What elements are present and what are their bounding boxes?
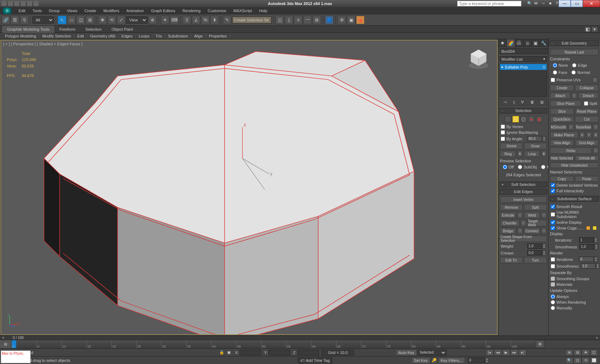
extrude-button[interactable]: Extrude — [500, 212, 516, 218]
full-interactivity-checkbox[interactable] — [551, 189, 555, 193]
make-unique-icon[interactable]: ∀ — [521, 100, 524, 105]
pivot-icon[interactable]: ⊕ — [148, 16, 157, 24]
ribbon-panel-modify-selection[interactable]: Modify Selection — [39, 34, 74, 38]
element-level-icon[interactable]: ▣ — [536, 116, 542, 122]
reset-plane-button[interactable]: Reset Plane — [575, 108, 599, 115]
communication-icon[interactable]: ✉ — [534, 1, 539, 6]
render-smooth-checkbox[interactable] — [551, 264, 555, 268]
schematic-icon[interactable]: ⊞ — [312, 16, 321, 24]
turn-button[interactable]: Turn — [524, 257, 547, 263]
menu-edit[interactable]: Edit — [15, 7, 29, 14]
x-coord-input[interactable] — [240, 350, 261, 355]
attach-button[interactable]: Attach — [550, 92, 570, 99]
planar-y-button[interactable]: Y — [586, 132, 592, 138]
smooth-result-checkbox[interactable] — [551, 204, 555, 209]
y-coord-input[interactable] — [269, 350, 290, 355]
next-frame-icon[interactable]: ▸▸ — [510, 349, 518, 356]
edit-named-sel-icon[interactable]: ✎ — [223, 16, 231, 24]
loop-spin[interactable]: ⬍ — [541, 151, 547, 157]
connect-settings-icon[interactable]: □ — [541, 228, 547, 234]
render-iterations-spinner[interactable] — [579, 257, 594, 262]
key-icon[interactable]: 🔑 — [431, 358, 437, 363]
mirror-icon[interactable]: ◫ — [275, 16, 284, 24]
ribbon-tab-selection[interactable]: Selection — [80, 26, 106, 33]
ignore-backfacing-checkbox[interactable] — [501, 130, 505, 135]
select-region-icon[interactable]: ◫ — [76, 16, 85, 24]
display-smoothness-spinner[interactable] — [579, 244, 594, 249]
timeline[interactable]: ⊞ 05101520253035404550556065707580859095… — [0, 340, 600, 348]
chamfer-button[interactable]: Chamfer — [500, 220, 520, 226]
prev-frame-icon[interactable]: ◂◂ — [494, 349, 502, 356]
menu-graph editors[interactable]: Graph Editors — [148, 7, 179, 14]
unhide-all-button[interactable]: Unhide All — [575, 155, 599, 161]
remove-button[interactable]: Remove — [500, 204, 523, 211]
play-icon[interactable]: ▶ — [502, 349, 510, 356]
preview-subobj-radio[interactable] — [518, 165, 522, 169]
msmooth-settings-icon[interactable]: □ — [568, 124, 574, 130]
app-menu-icon[interactable]: ⊙ — [3, 7, 11, 14]
render-frame-icon[interactable]: ▣ — [347, 16, 355, 24]
extrude-settings-icon[interactable]: □ — [517, 212, 523, 218]
ribbon-panel-subdivision[interactable]: Subdivision — [165, 34, 191, 38]
ring-spin[interactable]: ⬍ — [517, 151, 523, 157]
polygon-level-icon[interactable]: ■ — [528, 116, 535, 122]
render-smoothness-spinner[interactable] — [581, 263, 596, 269]
nav-icon-3[interactable]: ✥ — [582, 349, 590, 356]
paste-named-button[interactable]: Paste — [575, 176, 599, 182]
nav-icon-2[interactable]: ⊞ — [574, 349, 581, 356]
percent-snap-icon[interactable]: % — [201, 16, 210, 24]
goto-end-icon[interactable]: ▸| — [519, 349, 526, 356]
select-tool-icon[interactable]: ↖ — [58, 16, 66, 24]
grow-button[interactable]: Grow — [524, 143, 547, 149]
autokey-button[interactable]: Auto Key — [396, 349, 417, 356]
qat-redo-icon[interactable] — [27, 1, 32, 6]
qat-undo-icon[interactable] — [21, 1, 26, 6]
utilities-tab-icon[interactable]: 🔧 — [540, 39, 548, 47]
chamfer-settings-icon[interactable]: □ — [521, 220, 526, 226]
edge-level-icon[interactable]: ◇ — [512, 116, 519, 122]
modifier-editable-poly[interactable]: ▸ Editable Poly ◇ — [500, 64, 547, 70]
bridge-settings-icon[interactable]: □ — [517, 228, 523, 234]
shrink-button[interactable]: Shrink — [500, 143, 523, 149]
zoom-all-icon[interactable]: ⊡ — [574, 357, 581, 364]
expand-icon[interactable]: ▸ — [501, 65, 504, 69]
move-tool-icon[interactable]: ✥ — [98, 16, 107, 24]
constraint-face-radio[interactable] — [553, 70, 557, 75]
ring-button[interactable]: Ring — [500, 151, 516, 157]
hierarchy-tab-icon[interactable]: 品 — [515, 39, 523, 47]
selection-header[interactable]: Selection — [500, 108, 547, 113]
ribbon-min-icon[interactable]: ◧ — [584, 26, 591, 32]
preview-off-radio[interactable] — [503, 165, 507, 169]
menu-maxscript[interactable]: MAXScript — [230, 7, 256, 14]
hide-unselected-button[interactable]: Hide Unselected — [550, 162, 599, 168]
view-align-button[interactable]: View Align — [550, 140, 574, 146]
isolate-icon[interactable]: ▣ — [227, 350, 232, 355]
ribbon-panel-tris[interactable]: Tris — [152, 34, 165, 38]
select-name-icon[interactable]: ▭ — [67, 16, 76, 24]
relax-settings-icon[interactable]: □ — [593, 147, 599, 154]
relax-button[interactable]: Relax — [550, 147, 592, 154]
selection-filter-dropdown[interactable]: All — [32, 16, 54, 24]
pin-stack-icon[interactable]: ⊣ — [503, 100, 507, 105]
maxscript-listener[interactable]: Max to Physc. — [1, 350, 31, 363]
orbit-icon[interactable]: ⟲ — [582, 357, 590, 364]
exchange-icon[interactable]: ↔ — [541, 1, 546, 6]
edit-edges-header[interactable]: Edit Edges — [500, 189, 547, 194]
crease-spinner[interactable] — [527, 250, 542, 256]
keyboard-shortcut-icon[interactable]: ⌨ — [170, 16, 179, 24]
create-button[interactable]: Create — [550, 85, 574, 91]
split-checkbox[interactable] — [584, 101, 588, 106]
menu-animation[interactable]: Animation — [123, 7, 148, 14]
menu-views[interactable]: Views — [63, 7, 81, 14]
update-manual-radio[interactable] — [551, 306, 555, 310]
tessellate-settings-icon[interactable]: □ — [593, 124, 599, 130]
copy-named-button[interactable]: Copy — [550, 176, 574, 182]
weld-settings-icon[interactable]: □ — [541, 212, 547, 218]
make-planar-button[interactable]: Make Planar — [550, 132, 578, 138]
subdivision-surface-header[interactable]: Subdivision Surface — [550, 196, 599, 202]
z-coord-input[interactable] — [298, 350, 319, 355]
configure-icon[interactable]: ⊞ — [540, 100, 544, 105]
create-tab-icon[interactable]: ✹ — [499, 39, 507, 47]
remove-mod-icon[interactable]: 🗑 — [530, 100, 534, 104]
collapse-button[interactable]: Collapse — [575, 85, 599, 91]
